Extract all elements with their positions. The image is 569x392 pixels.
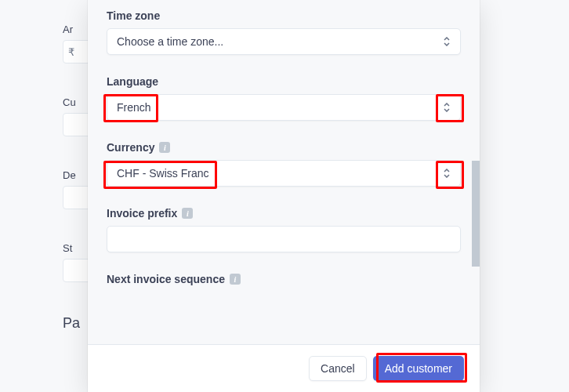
language-select[interactable]: French xyxy=(107,94,461,121)
scrollbar[interactable] xyxy=(472,161,480,267)
currency-label: Currency xyxy=(107,141,154,154)
timezone-value: Choose a time zone... xyxy=(117,35,223,48)
timezone-select[interactable]: Choose a time zone... xyxy=(107,28,461,55)
next-sequence-label: Next invoice sequence xyxy=(107,273,225,285)
invoice-prefix-label: Invoice prefix xyxy=(107,207,177,220)
modal-footer: Cancel Add customer xyxy=(88,344,480,392)
cancel-button[interactable]: Cancel xyxy=(309,356,367,381)
info-icon[interactable]: i xyxy=(230,274,241,285)
timezone-label: Time zone xyxy=(107,9,461,22)
currency-value: CHF - Swiss Franc xyxy=(117,167,208,180)
language-label: Language xyxy=(107,75,461,88)
add-customer-modal: Time zone Choose a time zone... Language… xyxy=(88,0,480,392)
chevron-updown-icon xyxy=(441,167,452,180)
chevron-updown-icon xyxy=(441,35,452,48)
modal-body[interactable]: Time zone Choose a time zone... Language… xyxy=(88,0,480,344)
currency-select[interactable]: CHF - Swiss Franc xyxy=(107,160,461,187)
language-value: French xyxy=(117,101,151,114)
info-icon[interactable]: i xyxy=(159,142,170,153)
add-customer-button[interactable]: Add customer xyxy=(373,356,464,381)
invoice-prefix-input[interactable] xyxy=(107,226,461,252)
info-icon[interactable]: i xyxy=(182,208,193,219)
chevron-updown-icon xyxy=(441,101,452,114)
